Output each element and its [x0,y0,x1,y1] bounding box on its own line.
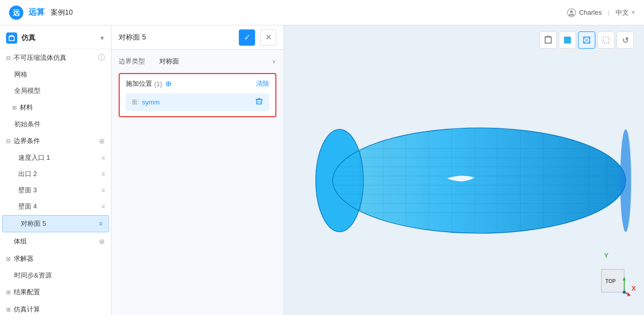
add-boundary-icon[interactable]: ⊕ [99,137,105,145]
mesh-3d-view [314,84,644,277]
sidebar-item-label: 结果配置 [14,288,40,297]
coordinate-widget: TOP [596,264,632,300]
boundary-type-row: 边界类型 对称面 ∨ [119,57,276,66]
sidebar-item-global-model[interactable]: 全局模型 [0,83,111,99]
sidebar-item-wall-3[interactable]: 壁面 3 ≡ [0,182,111,198]
svg-marker-50 [627,292,631,296]
sidebar-item-label: 初始条件 [14,120,41,129]
position-clear-button[interactable]: 清除 [256,79,269,88]
position-label: 施加位置 [126,79,152,88]
sidebar-item-label: 壁面 4 [18,202,37,211]
module-dropdown-icon[interactable]: ▼ [99,35,105,41]
panel-body: 边界类型 对称面 ∨ 施加位置 (1) ⊕ 清除 面: symm [112,50,283,315]
svg-text:TOP: TOP [605,278,616,284]
menu-icon[interactable]: ≡ [99,220,102,227]
sidebar: 仿真 ▼ ⊟ 不可压缩流体仿真 ⓘ 网格 全局模型 ⊞ 材料 初始条件 ⊟ 边界… [0,25,112,315]
expand-icon: ⊞ [12,104,17,111]
svg-rect-5 [257,99,262,104]
viewport-scene [284,25,644,315]
sidebar-item-volume-group[interactable]: ⊟ 体组 ⊕ [0,233,111,250]
sidebar-item-sim-calc[interactable]: ⊞ 仿真计算 [0,301,111,315]
menu-icon[interactable]: ≡ [101,154,105,161]
svg-rect-4 [9,37,14,41]
user-info: Charles [567,8,602,17]
panel-close-button[interactable]: ✕ [260,29,276,46]
sidebar-module-header: 仿真 ▼ [0,27,111,49]
sidebar-item-time-resource[interactable]: 时间步&资源 [0,267,111,284]
x-axis-label: X [631,285,636,292]
boundary-type-label: 边界类型 [119,57,159,66]
coord-axes: TOP [596,264,632,300]
chevron-down-icon: ∨ [272,58,276,65]
sidebar-item-label: 不可压缩流体仿真 [14,53,66,62]
sidebar-item-label: 边界条件 [14,136,40,146]
lang-arrow-icon: ▼ [631,10,636,15]
trash-icon [255,97,263,106]
position-item: 面: symm [126,93,269,111]
logo: 远 远算 [8,5,45,21]
sidebar-item-solver[interactable]: ⊞ 求解器 [0,250,111,267]
sidebar-item-label: 速度入口 1 [18,153,50,162]
add-volume-icon[interactable]: ⊕ [99,237,105,246]
header-right: Charles | 中文 ▼ [567,8,636,17]
sidebar-item-wall-4[interactable]: 壁面 4 ≡ [0,198,111,215]
sidebar-item-label: 材料 [20,103,33,112]
panel-confirm-button[interactable]: ✓ [239,29,255,46]
menu-icon[interactable]: ≡ [101,203,105,210]
logo-icon: 远 [8,5,24,21]
sidebar-item-label: 体组 [14,237,27,246]
expand-icon: ⊟ [6,238,11,245]
sidebar-item-incompressible[interactable]: ⊟ 不可压缩流体仿真 ⓘ [0,49,111,66]
sidebar-item-initial-condition[interactable]: 初始条件 [0,116,111,132]
menu-icon[interactable]: ≡ [101,170,105,178]
sidebar-item-outlet-2[interactable]: 出口 2 ≡ [0,166,111,182]
boundary-type-value: 对称面 [159,57,179,66]
menu-icon[interactable]: ≡ [101,187,105,194]
svg-text:远: 远 [13,9,20,17]
sidebar-item-boundary-condition[interactable]: ⊟ 边界条件 ⊕ [0,132,111,150]
user-icon [567,8,576,17]
position-item-value: symm [142,98,160,106]
sidebar-item-label: 时间步&资源 [14,271,52,280]
info-icon[interactable]: ⓘ [98,53,105,62]
svg-point-3 [570,10,573,13]
panel-header: 对称面 5 ✓ ✕ [112,25,283,50]
boundary-type-selector[interactable]: 对称面 ∨ [159,57,276,66]
y-axis-label: Y [604,252,609,259]
viewport: ↺ [284,25,644,315]
case-title: 案例10 [51,8,73,17]
sidebar-item-mesh[interactable]: 网格 [0,66,111,83]
logo-text: 远算 [28,7,45,18]
expand-icon: ⊟ [6,138,11,145]
close-icon: ✕ [265,32,272,42]
module-icon [6,32,17,44]
sidebar-item-label: 壁面 3 [18,186,37,195]
lang-label: 中文 [616,8,629,17]
position-add-button[interactable]: ⊕ [165,79,172,88]
position-delete-button[interactable] [255,97,263,107]
module-label: 仿真 [21,33,35,43]
sidebar-item-label: 仿真计算 [14,305,40,314]
sidebar-item-symm-5[interactable]: 对称面 5 ≡ [2,215,109,232]
sidebar-item-label: 出口 2 [18,169,37,179]
header-divider: | [608,9,610,16]
sidebar-item-label: 求解器 [14,254,33,263]
position-section-header: 施加位置 (1) ⊕ 清除 [126,79,269,88]
position-section: 施加位置 (1) ⊕ 清除 面: symm [119,73,276,117]
expand-icon: ⊞ [6,306,11,313]
expand-icon: ⊟ [6,55,11,61]
sidebar-item-speed-inlet-1[interactable]: 速度入口 1 ≡ [0,150,111,166]
svg-point-20 [333,128,626,233]
sidebar-item-label: 全局模型 [14,86,41,95]
position-count: (1) [154,80,162,88]
language-switcher[interactable]: 中文 ▼ [616,8,636,17]
face-label: 面: [132,98,139,106]
sidebar-item-label: 对称面 5 [21,219,46,228]
user-name: Charles [579,9,602,16]
sidebar-item-material[interactable]: ⊞ 材料 [0,99,111,116]
panel-title: 对称面 5 [119,33,234,42]
expand-icon: ⊞ [6,289,11,296]
boundary-panel: 对称面 5 ✓ ✕ 边界类型 对称面 ∨ 施加位置 (1) [112,25,284,315]
header: 远 远算 案例10 Charles | 中文 ▼ [0,0,644,25]
sidebar-item-result-config[interactable]: ⊞ 结果配置 [0,284,111,301]
